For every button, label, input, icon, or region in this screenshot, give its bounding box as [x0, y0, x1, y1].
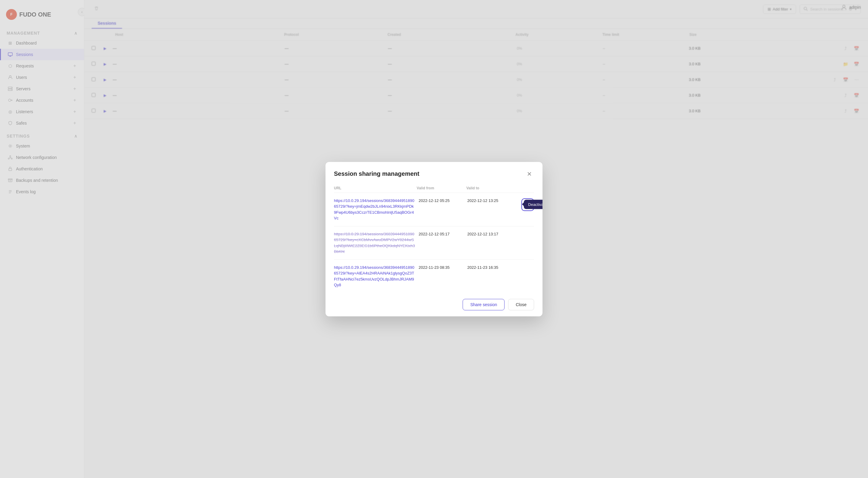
- share-action: [516, 265, 534, 265]
- share-action: [516, 231, 534, 232]
- share-valid-to: 2022-11-23 16:35: [467, 265, 516, 270]
- share-valid-to: 2022-12-12 13:25: [467, 198, 516, 203]
- share-valid-to: 2022-12-12 13:17: [467, 231, 516, 236]
- share-valid-from: 2022-12-12 05:17: [418, 231, 467, 236]
- th-valid-from: Valid from: [417, 186, 467, 190]
- share-valid-from: 2022-11-23 08:35: [418, 265, 467, 270]
- modal-share-row: https://10.0.29.194/sessions/36839444951…: [334, 260, 534, 293]
- modal-overlay: Session sharing management ✕ URL Valid f…: [0, 0, 868, 478]
- share-action: Deactivate given URL: [516, 198, 534, 211]
- modal-table: URL Valid from Valid to https://10.0.29.…: [326, 179, 542, 293]
- modal-close-button[interactable]: ✕: [524, 169, 534, 179]
- modal-share-row: https://10.0.29.194/sessions/36839444951…: [334, 226, 534, 260]
- session-sharing-modal: Session sharing management ✕ URL Valid f…: [326, 162, 542, 316]
- share-url[interactable]: https://10.0.29.194/sessions/36839444951…: [334, 198, 418, 221]
- modal-header: Session sharing management ✕: [326, 162, 542, 179]
- th-action: [516, 186, 534, 190]
- modal-footer: Share session Close: [326, 293, 542, 316]
- close-modal-button[interactable]: Close: [508, 299, 534, 310]
- deactivate-button[interactable]: [521, 198, 534, 211]
- modal-title: Session sharing management: [334, 170, 419, 177]
- th-url: URL: [334, 186, 417, 190]
- modal-share-row: https://10.0.29.194/sessions/36839444951…: [334, 193, 534, 226]
- share-valid-from: 2022-12-12 05:25: [418, 198, 467, 203]
- share-url[interactable]: https://10.0.29.194/sessions/36839444951…: [334, 265, 418, 288]
- share-url: https://10.0.29.194/sessions/36839444951…: [334, 231, 418, 254]
- modal-table-header: URL Valid from Valid to: [334, 183, 534, 193]
- share-session-button[interactable]: Share session: [463, 299, 504, 310]
- th-valid-to: Valid to: [466, 186, 516, 190]
